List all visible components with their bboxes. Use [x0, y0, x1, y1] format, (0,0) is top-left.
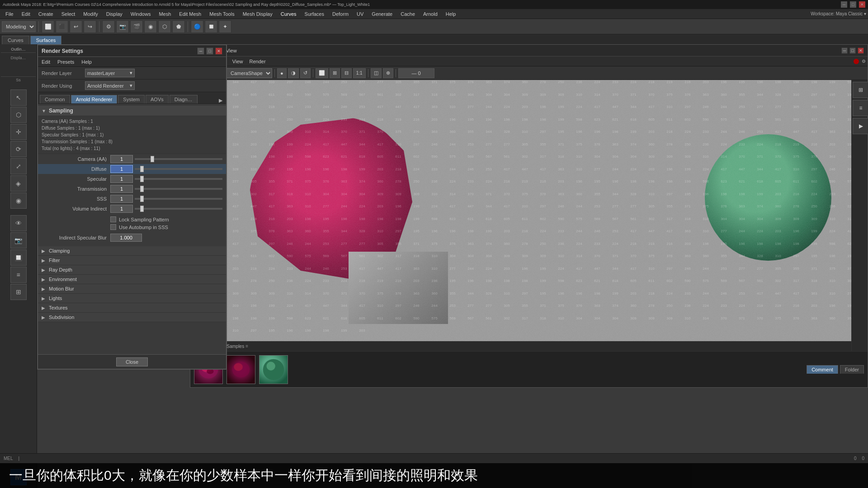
volume-indirect-thumb[interactable]	[140, 206, 144, 212]
specular-input[interactable]	[110, 175, 133, 183]
arv-btn-pause[interactable]: ◑	[288, 68, 299, 78]
specular-slider[interactable]	[133, 175, 222, 183]
toolbar-btn-10[interactable]: ⬟	[172, 20, 185, 33]
tool-render[interactable]: 📷	[10, 232, 27, 249]
camera-aa-thumb[interactable]	[151, 156, 154, 162]
menu-edit[interactable]: Edit	[18, 10, 34, 18]
toolbar-btn-13[interactable]: ✦	[219, 20, 231, 33]
camera-aa-input[interactable]	[110, 155, 133, 163]
sampling-section-header[interactable]: ▼ Sampling	[38, 106, 226, 116]
menu-help[interactable]: Help	[442, 10, 460, 18]
toolbar-btn-5[interactable]: ⚙	[102, 20, 115, 33]
rs-close[interactable]: ✕	[215, 47, 222, 55]
menu-curves[interactable]: Curves	[277, 10, 300, 18]
rs-menu-help[interactable]: Help	[80, 58, 94, 66]
rs-tab-diag[interactable]: Diagn…	[170, 95, 198, 103]
rs-tab-aovs[interactable]: AOVs	[146, 95, 169, 103]
arv-thumb-2[interactable]	[226, 355, 255, 384]
tool-channel[interactable]: ⊞	[10, 284, 27, 300]
tool-show-hide[interactable]: 👁	[10, 215, 27, 231]
rs-close-button[interactable]: Close	[116, 357, 148, 366]
lights-section[interactable]: ▶ Lights	[38, 294, 226, 303]
indirect-blur-input[interactable]	[110, 234, 142, 242]
volume-indirect-slider[interactable]	[133, 205, 222, 213]
arv-exposure[interactable]: — 0	[398, 68, 434, 78]
menu-windows[interactable]: Windows	[127, 10, 155, 18]
arv-right-btn-2[interactable]: ≡	[853, 100, 868, 116]
arv-btn-compare[interactable]: ◫	[371, 68, 382, 78]
sss-slider[interactable]	[133, 195, 222, 203]
transmission-slider[interactable]	[133, 185, 222, 193]
rs-tab-common[interactable]: Common	[40, 95, 70, 103]
rs-render-using-select[interactable]: Arnold Renderer ▾	[85, 81, 135, 90]
menu-edit-mesh[interactable]: Edit Mesh	[175, 10, 205, 18]
toolbar-btn-9[interactable]: ⬡	[158, 20, 171, 33]
motion-blur-section[interactable]: ▶ Motion Blur	[38, 284, 226, 294]
rs-render-layer-select[interactable]: masterLayer ▾	[85, 69, 135, 77]
tab-curves[interactable]: Curves	[2, 36, 29, 44]
menu-uv[interactable]: UV	[353, 10, 367, 18]
tool-soft[interactable]: ◉	[10, 192, 27, 209]
sss-thumb[interactable]	[140, 196, 144, 202]
transmission-thumb[interactable]	[140, 186, 144, 192]
toolbar-btn-2[interactable]: ⬛	[56, 20, 68, 33]
arv-right-btn-3[interactable]: ▶	[853, 118, 868, 134]
arv-btn-zoom-in[interactable]: ⊞	[330, 68, 340, 78]
clamping-section[interactable]: ▶ Clamping	[38, 246, 226, 256]
arv-right-btn-1[interactable]: ⊞	[853, 82, 868, 98]
rs-menu-edit[interactable]: Edit	[40, 58, 52, 66]
filter-section[interactable]: ▶ Filter	[38, 256, 226, 265]
toolbar-btn-3[interactable]: ↩	[70, 20, 82, 33]
menu-cache[interactable]: Cache	[397, 10, 419, 18]
environment-section[interactable]: ▶ Environment	[38, 275, 226, 284]
transmission-input[interactable]	[110, 185, 133, 193]
diffuse-slider[interactable]	[133, 165, 222, 173]
toolbar-btn-11[interactable]: 🔵	[191, 20, 203, 33]
toolbar-btn-6[interactable]: 📷	[116, 20, 129, 33]
rs-tab-arnold[interactable]: Arnold Renderer	[71, 95, 118, 103]
camera-dropdown[interactable]: CameraShape	[226, 68, 272, 78]
arv-titlebar[interactable]: Arnold RenderView ─ □ ✕	[190, 45, 868, 56]
arv-btn-refresh[interactable]: ↺	[300, 68, 311, 78]
minimize-button[interactable]: ─	[841, 1, 847, 8]
arv-btn-record[interactable]: ●	[277, 68, 287, 78]
menu-arnold[interactable]: Arnold	[420, 10, 441, 18]
diffuse-thumb[interactable]	[140, 166, 144, 172]
arv-folder-tab[interactable]: Folder	[840, 365, 864, 374]
tool-lasso[interactable]: ⬡	[10, 107, 27, 123]
rs-tab-system[interactable]: System	[118, 95, 145, 103]
arv-minimize[interactable]: ─	[841, 47, 848, 54]
tool-move[interactable]: ✛	[10, 124, 27, 140]
arv-maximize[interactable]: □	[849, 47, 856, 54]
arv-btn-fit[interactable]: ⬜	[316, 68, 328, 78]
autobump-checkbox[interactable]	[110, 224, 116, 230]
toolbar-btn-12[interactable]: 🔲	[205, 20, 217, 33]
arv-btn-mask[interactable]: ⊕	[383, 68, 393, 78]
tool-rotate[interactable]: ⟳	[10, 141, 27, 157]
tool-camera[interactable]: 🔲	[10, 249, 27, 266]
menu-modify[interactable]: Modify	[80, 10, 101, 18]
menu-mesh-tools[interactable]: Mesh Tools	[206, 10, 238, 18]
mode-selector[interactable]: Modeling	[2, 21, 36, 32]
rs-menu-presets[interactable]: Presets	[56, 58, 76, 66]
rs-minimize[interactable]: ─	[197, 47, 204, 55]
camera-aa-slider[interactable]	[133, 155, 222, 163]
diffuse-input[interactable]	[110, 165, 133, 173]
toolbar-btn-7[interactable]: 🎬	[130, 20, 143, 33]
tool-list[interactable]: ≡	[10, 267, 27, 283]
volume-indirect-input[interactable]	[110, 205, 133, 213]
textures-section[interactable]: ▶ Textures	[38, 303, 226, 313]
arv-comment-tab[interactable]: Comment	[807, 365, 838, 374]
rs-maximize[interactable]: □	[206, 47, 213, 55]
menu-select[interactable]: Select	[58, 10, 79, 18]
menu-display[interactable]: Display	[103, 10, 126, 18]
close-button[interactable]: ✕	[859, 1, 865, 8]
toolbar-btn-8[interactable]: ◉	[144, 20, 157, 33]
menu-generate[interactable]: Generate	[368, 10, 396, 18]
specular-thumb[interactable]	[140, 176, 144, 182]
ray-depth-section[interactable]: ▶ Ray Depth	[38, 265, 226, 275]
tool-select[interactable]: ↖	[10, 89, 27, 106]
maximize-button[interactable]: □	[850, 1, 856, 8]
tool-universal[interactable]: ◈	[10, 175, 27, 192]
menu-mesh-display[interactable]: Mesh Display	[239, 10, 276, 18]
